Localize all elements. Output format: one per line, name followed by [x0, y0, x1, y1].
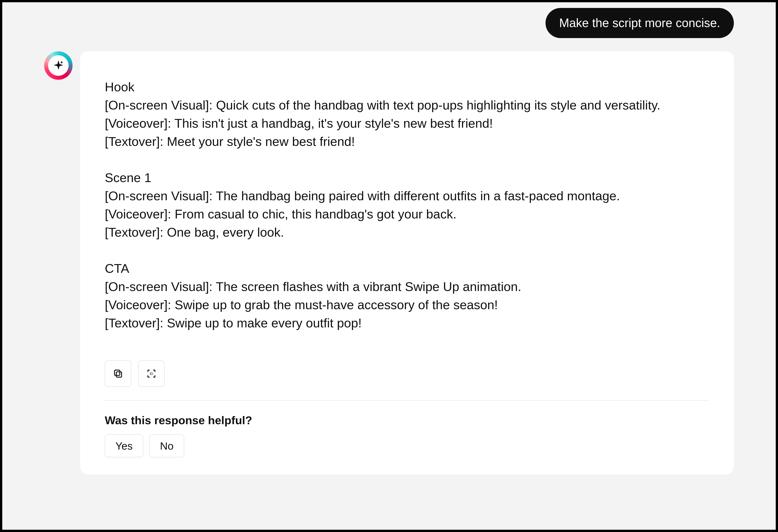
- copy-icon: [113, 368, 123, 379]
- assistant-script-text: Hook [On-screen Visual]: Quick cuts of t…: [105, 78, 709, 332]
- svg-text:ID: ID: [150, 372, 153, 376]
- feedback-question: Was this response helpful?: [105, 414, 709, 427]
- feedback-yes-button[interactable]: Yes: [105, 435, 143, 457]
- user-message-bubble: Make the script more concise.: [546, 8, 734, 38]
- avatar-inner: [48, 55, 69, 76]
- id-scan-button[interactable]: ID: [138, 360, 165, 387]
- svg-rect-1: [114, 370, 120, 376]
- chat-container: Make the script more concise. Hook [On-s…: [44, 8, 734, 474]
- feedback-actions: Yes No: [105, 435, 709, 457]
- chat-screen: Make the script more concise. Hook [On-s…: [2, 2, 776, 530]
- card-actions: ID: [105, 360, 709, 387]
- assistant-message-row: Hook [On-screen Visual]: Quick cuts of t…: [44, 51, 734, 474]
- avatar-ring: [44, 51, 73, 80]
- sparkle-icon: [52, 59, 65, 72]
- assistant-avatar: [44, 51, 73, 80]
- svg-rect-0: [116, 372, 122, 377]
- feedback-no-button[interactable]: No: [149, 435, 184, 457]
- divider: [105, 400, 709, 400]
- assistant-message-card: Hook [On-screen Visual]: Quick cuts of t…: [80, 51, 734, 474]
- user-message-row: Make the script more concise.: [44, 8, 734, 38]
- id-scan-icon: ID: [146, 368, 157, 379]
- copy-button[interactable]: [105, 360, 131, 387]
